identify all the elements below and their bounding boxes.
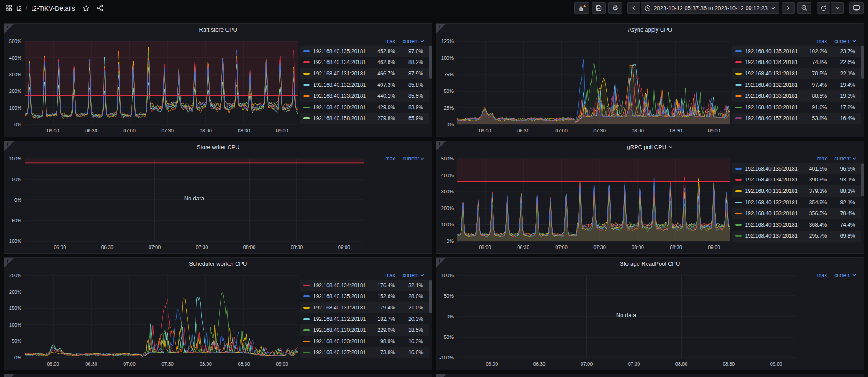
legend-current-value: 22.1% [827,71,861,77]
time-series-chart[interactable]: 0%50%100%150%200%250%06:0006:3007:0007:3… [4,269,300,369]
legend-item[interactable]: 192.168.40.158:20181279.8%65.9% [300,113,429,124]
legend-sort-max[interactable]: max [368,156,395,162]
x-axis-tick-label: 06:00 [479,128,491,133]
sort-caret-down-icon [420,157,424,160]
legend-item[interactable]: 192.168.40.132:20181407.3%85.8% [300,79,429,91]
legend-sort-current[interactable]: current [395,272,429,278]
legend-series-label: 192.168.40.133:20181 [745,93,800,99]
panel-header[interactable]: gRPC poll CPU [436,141,864,153]
legend-sort-current[interactable]: current [395,156,429,162]
panel-header[interactable]: Store writer CPU [4,141,432,153]
legend-sort-current[interactable]: current [395,38,429,44]
legend-item[interactable]: 192.168.40.133:20181440.1%85.5% [300,90,429,102]
x-axis-tick-label: 06:00 [479,245,491,250]
legend-item[interactable]: 192.168.40.133:2018198.9%16.3% [300,336,429,347]
panel-chart-area[interactable]: 0%25%50%75%100%125%06:0006:3007:0007:300… [436,35,732,136]
panel-header[interactable]: Async apply CPU [436,24,864,35]
legend-sort-current[interactable]: current [827,272,861,278]
legend-item[interactable]: 192.168.40.132:20181354.9%82.1% [732,197,861,208]
legend-item[interactable]: 192.168.40.133:20181356.5%78.4% [732,208,861,219]
panel-header[interactable]: Scheduler worker CPU [4,258,432,269]
legend-item[interactable]: 192.168.40.131:2018170.5%22.1% [732,68,861,79]
legend-item[interactable]: 192.168.40.133:2018188.5%19.3% [732,90,861,102]
panel-chart-area[interactable]: 0%50%100%150%200%250%06:0006:3007:0007:3… [4,269,300,369]
legend-item[interactable]: 192.168.40.130:2018191.6%17.8% [732,102,861,113]
legend-sort-max[interactable]: max [800,38,827,44]
star-icon[interactable] [82,4,90,12]
legend-sort-max[interactable]: max [368,272,395,278]
legend-item[interactable]: 192.168.40.130:20181229.0%18.5% [300,324,429,336]
panel-header[interactable]: Storage ReadPool CPU [436,258,864,269]
legend-item[interactable]: 192.168.40.135:20181152.6%28.0% [300,291,429,302]
share-icon[interactable] [96,4,104,11]
time-shift-forward-button[interactable] [782,2,795,14]
refresh-dashboard-button[interactable] [817,2,830,14]
dashboard-settings-button[interactable]: ⚙ [608,2,622,14]
panel-menu-caret-icon[interactable] [668,146,673,148]
x-axis-tick-label: 08:00 [200,128,212,133]
refresh-interval-dropdown[interactable] [831,2,844,14]
zoom-out-time-button[interactable] [797,2,811,14]
panel-chart-area[interactable]: 0%100%200%300%400%500%06:0006:3007:0007:… [436,153,732,253]
legend-item[interactable]: 192.168.40.131:20181179.4%21.0% [300,302,429,313]
legend-item[interactable]: 192.168.40.135:20181452.8%97.0% [300,46,429,57]
legend-sort-current[interactable]: current [827,156,861,162]
series-color-dash [735,224,742,226]
y-axis-tick-label: 400% [9,55,21,60]
time-series-chart[interactable]: 0%25%50%75%100%125%06:0006:3007:0007:300… [436,35,732,136]
legend-item[interactable]: 192.168.40.134:20181462.6%88.2% [300,57,429,68]
legend-item[interactable]: 192.168.40.134:20181176.4%32.1% [300,280,429,291]
legend-item[interactable]: 192.168.40.134:20181390.6%93.1% [732,174,861,186]
x-axis-tick-label: 07:00 [123,361,136,366]
legend-sort-max[interactable]: max [800,272,827,278]
time-range-picker[interactable]: 2023-10-12 05:37:36 to 2023-10-12 09:12:… [641,2,779,14]
legend-item[interactable]: 192.168.40.135:20181102.2%23.7% [732,46,861,57]
legend-item[interactable]: 192.168.40.130:20181429.0%83.9% [300,102,429,113]
time-series-chart[interactable]: -100%-50%0%50%100%06:0006:3007:0007:3008… [4,153,366,253]
legend-sort-max[interactable]: max [368,38,395,44]
x-axis-tick-label: 08:00 [632,245,644,250]
legend-item[interactable]: 192.168.40.130:20181368.4%74.4% [732,219,861,231]
legend-sort-max[interactable]: max [800,156,827,162]
save-dashboard-button[interactable] [592,2,606,14]
time-range-label: 2023-10-12 05:37:36 to 2023-10-12 09:12:… [654,5,768,11]
legend-item[interactable]: 192.168.40.137:2018173.8%16.0% [300,347,429,359]
time-series-chart[interactable]: 0%100%200%300%400%500%06:0006:3007:0007:… [4,35,300,136]
legend-sort-current-label: current [834,272,850,278]
legend-series-label: 192.168.40.137:20181 [745,233,800,239]
y-axis-tick-label: -100% [7,238,21,244]
breadcrumb-folder[interactable]: t2 [16,4,22,12]
legend-item[interactable]: 192.168.40.132:20181182.7%20.3% [300,313,429,325]
legend-series-label: 192.168.40.130:20181 [313,104,368,110]
panel-header[interactable]: Raft store CPU [4,24,432,35]
breadcrumb-dashboard-title[interactable]: t2-TiKV-Details [31,4,75,12]
legend-item[interactable]: 192.168.40.131:20181379.3%88.3% [732,185,861,197]
legend-current-value: 16.4% [827,115,861,121]
y-axis-tick-label: 200% [441,206,453,211]
legend-current-value: 18.5% [395,327,429,333]
add-panel-button[interactable] [574,2,589,14]
legend-series-label: 192.168.40.130:20181 [313,327,368,333]
x-axis-tick-label: 08:00 [675,361,687,366]
time-shift-back-button[interactable] [627,2,640,14]
kiosk-mode-button[interactable] [849,2,864,14]
legend-sort-current[interactable]: current [827,38,861,44]
panel-chart-area[interactable]: -100%-50%0%50%100%06:0006:3007:0007:3008… [4,153,366,253]
panel-legend: maxcurrent [366,153,432,253]
apps-grid-icon[interactable] [5,4,12,11]
legend-item[interactable]: 192.168.40.137:20181295.7%69.8% [732,231,861,242]
legend-item[interactable]: 192.168.40.134:2018174.8%22.6% [732,57,861,68]
panel-chart-area[interactable]: -100%-50%0%50%100%06:0006:3007:0007:3008… [436,269,798,369]
legend-item[interactable]: 192.168.40.157:2018153.8%16.4% [732,113,861,124]
legend-item[interactable]: 192.168.40.131:20181466.7%87.9% [300,68,429,79]
panel-header[interactable]: RocksDB CPU [436,374,864,377]
time-series-chart[interactable]: 0%100%200%300%400%500%06:0006:3007:0007:… [436,153,732,253]
time-series-chart[interactable]: -100%-50%0%50%100%06:0006:3007:0007:3008… [436,269,798,369]
legend-series-label: 192.168.40.133:20181 [313,338,368,345]
panel-chart-area[interactable]: 0%100%200%300%400%500%06:0006:3007:0007:… [4,35,300,136]
legend-item[interactable]: 192.168.40.132:2018197.4%19.4% [732,79,861,91]
legend-max-value: 229.0% [368,327,395,333]
panel-header[interactable]: Unified read pool CPU [4,374,432,377]
legend-current-value: 87.9% [395,71,429,77]
legend-item[interactable]: 192.168.40.135:20181401.5%96.9% [732,163,861,174]
